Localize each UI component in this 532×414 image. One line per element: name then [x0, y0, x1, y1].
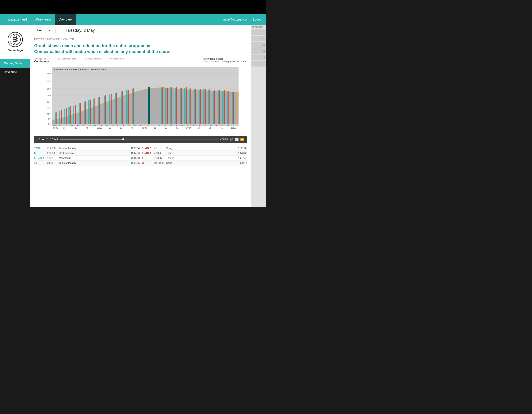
rewind-button[interactable]: ↺ — [37, 138, 40, 141]
stat-label-3: Net engagement — [109, 57, 124, 60]
right-panel-item-3: 33 — [251, 48, 266, 54]
value-r1: -1076.63 — [232, 152, 247, 154]
progress-fill — [60, 139, 123, 140]
svg-rect-72 — [218, 90, 219, 124]
svg-rect-125 — [233, 125, 234, 126]
stats-row: Average TSL Continuous Total Listening H… — [30, 56, 251, 64]
value-1: +1097.36 — [124, 152, 140, 154]
table-row: 10 10:11:00 Song -999.17 — [142, 160, 247, 166]
svg-rect-103 — [101, 125, 102, 126]
sidebar: Station logo Morning Show Drive-time — [0, 25, 30, 207]
rank-r3: 10 — [142, 161, 153, 164]
svg-rect-60 — [161, 88, 162, 124]
overlay-line2: Contextualised with audio when clicked o… — [34, 49, 247, 55]
svg-rect-38 — [109, 94, 110, 124]
svg-rect-114 — [170, 125, 172, 126]
svg-rect-48 — [75, 105, 76, 124]
engagement-chart[interactable]: Listener reach and engagement over time … — [34, 65, 247, 135]
time-r3: 10:11:00 — [154, 161, 165, 164]
stat-reached: Reached Listeners — [84, 57, 101, 63]
nav-engagement[interactable]: Engagement — [4, 14, 31, 25]
svg-rect-110 — [140, 125, 141, 126]
rank-2: 9 +VOL4 — [34, 157, 46, 160]
chart-container[interactable]: Listener reach and engagement over time … — [34, 65, 247, 143]
logout-button[interactable]: Logout — [253, 18, 262, 21]
svg-rect-122 — [216, 125, 217, 126]
svg-text:20%: 20% — [47, 101, 51, 103]
rank-r1: 8 -VOL3 — [142, 152, 153, 154]
desc-r2: Teaser — [166, 157, 231, 160]
svg-rect-28 — [59, 111, 60, 124]
svg-text:07:00: 07:00 — [53, 127, 58, 129]
svg-text:11:00: 11:00 — [231, 127, 236, 129]
volume-button[interactable]: 🔊 — [230, 138, 233, 141]
nav-week-view[interactable]: Week view — [31, 14, 55, 25]
next-button[interactable]: > — [55, 28, 62, 33]
svg-rect-89 — [219, 90, 220, 124]
sidebar-item-drive-time[interactable]: Drive-time — [0, 68, 30, 76]
play-button[interactable]: ▶ — [42, 138, 44, 141]
screen-button[interactable]: ⬜ — [235, 138, 239, 141]
value-2: +991.63 — [124, 157, 140, 160]
skip-button[interactable]: ⊙ — [46, 138, 48, 141]
svg-rect-41 — [126, 90, 128, 124]
last-button[interactable]: Last — [34, 28, 45, 33]
nav-left: Engagement Week view Day view — [4, 14, 76, 25]
svg-rect-35 — [93, 99, 94, 124]
table-row: 8 9:22:33 Host anecdote +1097.36 — [34, 151, 140, 156]
svg-line-7 — [15, 43, 17, 45]
svg-rect-33 — [84, 102, 85, 124]
svg-rect-119 — [199, 125, 200, 126]
svg-rect-61 — [165, 88, 167, 124]
chart-title-text: Listener reach and engagement over time … — [54, 68, 106, 71]
nav-right: user@voizzup.com Logout — [223, 18, 262, 21]
rank-0: 7 POL — [34, 147, 46, 150]
svg-rect-74 — [227, 92, 228, 124]
value-3: +980.55 — [124, 161, 140, 164]
breadcrumb: Day view > Live Stream > 2023-W18 — [30, 36, 251, 42]
current-time: 1:59:45 — [50, 138, 58, 141]
prev-button[interactable]: < — [47, 28, 53, 33]
svg-rect-50 — [85, 101, 86, 124]
progress-bar[interactable] — [60, 139, 218, 140]
time-0: 10:27:32 — [47, 147, 58, 150]
svg-rect-115 — [176, 125, 177, 126]
svg-rect-45 — [61, 110, 62, 124]
svg-rect-55 — [111, 94, 112, 124]
svg-rect-92 — [233, 92, 234, 124]
time-3: 9:42:01 — [47, 161, 58, 164]
svg-text:30: 30 — [120, 127, 122, 129]
time-r0: 7:31:19 — [154, 147, 165, 150]
total-time: 4:00:00 — [220, 138, 228, 141]
svg-text:30: 30 — [209, 127, 211, 129]
svg-rect-69 — [203, 89, 205, 124]
table-row: 7 POL 10:27:32 Topic of the day +1200.64 — [34, 146, 140, 151]
forward-button[interactable]: ⏩ — [240, 138, 244, 141]
value-r0: -1111.35 — [232, 147, 247, 150]
rank-r2: 9 — [142, 157, 153, 160]
svg-rect-58 — [128, 90, 129, 124]
value-r2: -1037.42 — [232, 157, 247, 160]
svg-rect-107 — [123, 125, 124, 126]
table-left: 7 POL 10:27:32 Topic of the day +1200.64… — [34, 146, 140, 166]
stat-total-hours: Total Listening Hours — [57, 57, 76, 63]
svg-text:45: 45 — [131, 127, 133, 129]
svg-rect-100 — [83, 125, 84, 126]
top-bar — [0, 0, 266, 14]
svg-text:25%: 25% — [47, 94, 51, 97]
value-0: +1200.64 — [124, 147, 140, 150]
svg-rect-121 — [210, 125, 211, 126]
svg-rect-91 — [228, 91, 229, 124]
svg-rect-64 — [180, 88, 181, 124]
svg-rect-54 — [105, 95, 106, 124]
table-area: 7 POL 10:27:32 Topic of the day +1200.64… — [30, 144, 251, 167]
svg-rect-118 — [193, 125, 194, 126]
svg-rect-65 — [184, 88, 186, 124]
desc-3: Topic of the day — [59, 161, 124, 164]
team-notes-content: David (producer): Testing new clock at 8… — [203, 60, 247, 63]
team-notes-label: Show team notes: David (producer): Testi… — [203, 57, 247, 63]
svg-text:0%: 0% — [48, 123, 51, 125]
sidebar-item-morning-show[interactable]: Morning Show — [0, 59, 30, 68]
right-panel-item-0: 22 — [251, 29, 266, 35]
nav-day-view[interactable]: Day view — [55, 14, 76, 25]
